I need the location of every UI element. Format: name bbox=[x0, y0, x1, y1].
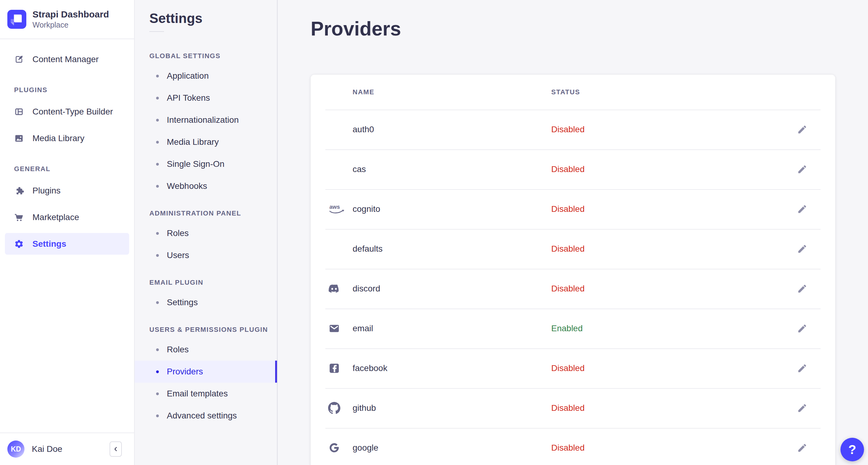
provider-name: cognito bbox=[352, 204, 551, 214]
app-root: Strapi Dashboard Workplace Content Manag… bbox=[0, 0, 868, 465]
provider-name: github bbox=[352, 403, 551, 413]
app-title: Strapi Dashboard bbox=[32, 9, 109, 20]
brand-text: Strapi Dashboard Workplace bbox=[32, 9, 109, 29]
provider-row-facebook: facebookDisabled bbox=[311, 348, 835, 388]
subnav-item-label: Users bbox=[167, 250, 189, 260]
sidebar-item-marketplace[interactable]: Marketplace bbox=[0, 204, 134, 230]
provider-status: Disabled bbox=[551, 125, 585, 134]
provider-name: defaults bbox=[352, 244, 551, 254]
subnav-item-label: Single Sign-On bbox=[167, 159, 224, 169]
no-icon bbox=[328, 242, 352, 256]
bullet-dot bbox=[156, 97, 159, 99]
subnav-item-providers[interactable]: Providers bbox=[135, 361, 277, 383]
edit-provider-button[interactable] bbox=[797, 283, 807, 294]
collapse-sidebar-button[interactable] bbox=[110, 441, 122, 457]
subnav-item-users[interactable]: Users bbox=[135, 244, 277, 266]
provider-name: google bbox=[352, 443, 551, 453]
help-button[interactable]: ? bbox=[840, 438, 864, 461]
no-icon bbox=[328, 162, 352, 176]
content-type-builder-icon bbox=[14, 107, 24, 117]
chevron-left-icon bbox=[112, 446, 119, 453]
edit-provider-button[interactable] bbox=[797, 323, 807, 334]
sidebar-nav: Content Manager PLUGINSContent-Type Buil… bbox=[0, 39, 134, 433]
sidebar-footer: KD Kai Doe bbox=[0, 433, 134, 465]
subnav-item-roles[interactable]: Roles bbox=[135, 222, 277, 244]
provider-name: email bbox=[352, 323, 551, 333]
subnav-item-application[interactable]: Application bbox=[135, 65, 277, 87]
main-content: Providers NAME STATUS auth0DisabledcasDi… bbox=[278, 0, 868, 465]
edit-provider-button[interactable] bbox=[797, 164, 807, 175]
aws-icon: aws bbox=[328, 203, 352, 216]
bullet-dot bbox=[156, 348, 159, 351]
provider-name: discord bbox=[352, 284, 551, 293]
subnav-item-advanced-settings[interactable]: Advanced settings bbox=[135, 405, 277, 427]
provider-row-google: googleDisabled bbox=[311, 428, 835, 465]
no-icon bbox=[328, 123, 352, 136]
subnav-item-webhooks[interactable]: Webhooks bbox=[135, 175, 277, 197]
provider-status: Disabled bbox=[551, 403, 585, 413]
workspace-name: Workplace bbox=[32, 21, 109, 29]
pencil-icon bbox=[797, 283, 807, 294]
provider-status: Disabled bbox=[551, 204, 585, 214]
svg-text:aws: aws bbox=[329, 204, 340, 210]
sidebar-item-content-manager[interactable]: Content Manager bbox=[0, 46, 134, 72]
subnav-item-label: Roles bbox=[167, 345, 189, 354]
github-icon bbox=[328, 401, 352, 415]
nav-section-label-general: GENERAL bbox=[14, 165, 134, 173]
edit-provider-button[interactable] bbox=[797, 443, 807, 453]
brand: Strapi Dashboard Workplace bbox=[0, 0, 134, 39]
provider-status: Disabled bbox=[551, 164, 585, 174]
edit-provider-button[interactable] bbox=[797, 244, 807, 254]
subnav-group-label-users-permissions-plugin: USERS & PERMISSIONS PLUGIN bbox=[149, 326, 277, 334]
sidebar-item-settings[interactable]: Settings bbox=[5, 233, 129, 255]
provider-row-cognito: awscognitoDisabled bbox=[311, 189, 835, 229]
google-icon bbox=[328, 441, 352, 455]
edit-provider-button[interactable] bbox=[797, 204, 807, 214]
subnav-item-roles[interactable]: Roles bbox=[135, 339, 277, 361]
marketplace-icon bbox=[14, 212, 24, 222]
sidebar-item-content-type-builder[interactable]: Content-Type Builder bbox=[0, 98, 134, 125]
column-header-status: STATUS bbox=[551, 88, 580, 96]
avatar: KD bbox=[7, 440, 25, 458]
sidebar-item-media-library[interactable]: Media Library bbox=[0, 125, 134, 152]
provider-name: auth0 bbox=[352, 125, 551, 134]
subnav-item-internationalization[interactable]: Internationalization bbox=[135, 109, 277, 131]
sidebar-item-label: Marketplace bbox=[32, 212, 79, 222]
sidebar-item-label: Settings bbox=[32, 239, 66, 249]
settings-subnav: Settings GLOBAL SETTINGSApplicationAPI T… bbox=[135, 0, 278, 465]
pencil-icon bbox=[797, 164, 807, 175]
pencil-icon bbox=[797, 244, 807, 254]
bullet-dot bbox=[156, 414, 159, 417]
subnav-item-single-sign-on[interactable]: Single Sign-On bbox=[135, 153, 277, 175]
main-sidebar: Strapi Dashboard Workplace Content Manag… bbox=[0, 0, 135, 465]
subnav-item-api-tokens[interactable]: API Tokens bbox=[135, 87, 277, 109]
page-title: Providers bbox=[311, 18, 868, 40]
sidebar-item-label: Media Library bbox=[32, 133, 85, 143]
subnav-item-settings[interactable]: Settings bbox=[135, 291, 277, 313]
subnav-title: Settings bbox=[149, 11, 277, 26]
bullet-dot bbox=[156, 301, 159, 304]
provider-row-github: githubDisabled bbox=[311, 388, 835, 428]
pencil-icon bbox=[797, 403, 807, 413]
bullet-dot bbox=[156, 163, 159, 165]
content-manager-icon bbox=[14, 55, 24, 64]
subnav-group-label-administration-panel: ADMINISTRATION PANEL bbox=[149, 209, 277, 217]
edit-provider-button[interactable] bbox=[797, 124, 807, 135]
table-body: auth0DisabledcasDisabledawscognitoDisabl… bbox=[311, 110, 835, 465]
discord-icon bbox=[328, 282, 352, 296]
bullet-dot bbox=[156, 232, 159, 235]
subnav-groups: GLOBAL SETTINGSApplicationAPI TokensInte… bbox=[135, 52, 277, 427]
edit-provider-button[interactable] bbox=[797, 363, 807, 373]
bullet-dot bbox=[156, 370, 159, 373]
edit-provider-button[interactable] bbox=[797, 403, 807, 413]
subnav-item-media-library[interactable]: Media Library bbox=[135, 131, 277, 153]
settings-icon bbox=[14, 239, 24, 249]
subnav-item-email-templates[interactable]: Email templates bbox=[135, 383, 277, 405]
plugins-icon bbox=[14, 186, 24, 196]
pencil-icon bbox=[797, 443, 807, 453]
bullet-dot bbox=[156, 141, 159, 144]
provider-status: Disabled bbox=[551, 363, 585, 373]
pencil-icon bbox=[797, 204, 807, 214]
provider-status: Disabled bbox=[551, 443, 585, 453]
sidebar-item-plugins[interactable]: Plugins bbox=[0, 177, 134, 204]
